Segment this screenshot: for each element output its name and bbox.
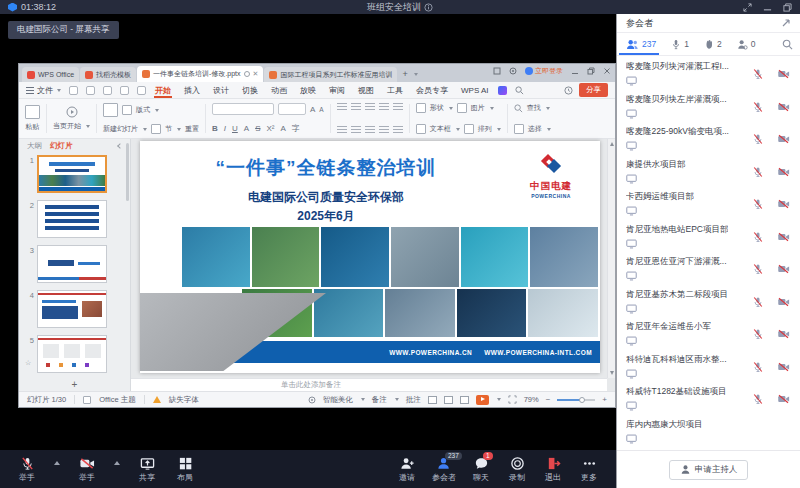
participants-button[interactable]: 237 参会者 <box>432 456 456 483</box>
tab-slides[interactable]: 幻灯片 <box>50 141 73 151</box>
slideshow-button[interactable] <box>476 395 489 405</box>
more-button[interactable]: 更多 <box>578 456 600 483</box>
font-style-button[interactable]: S <box>255 124 260 133</box>
ribbon-tab[interactable]: 工具 <box>386 83 404 98</box>
participant-row[interactable]: 喀麦隆225-90kV输变电项... <box>617 122 800 155</box>
zoom-slider[interactable] <box>557 399 595 401</box>
new-tab-button[interactable]: + <box>402 69 407 79</box>
slide-thumbnail[interactable]: 1 <box>24 155 125 193</box>
participant-row[interactable]: 科特迪瓦科科迪区雨水整... <box>617 350 800 383</box>
camera-muted-icon[interactable] <box>777 393 790 405</box>
slide-scrollbar[interactable] <box>607 139 615 378</box>
textbox-icon[interactable] <box>416 124 426 134</box>
leave-button[interactable]: 退出 <box>542 456 564 483</box>
wps-document-tab[interactable]: 一件事全链条培训-修改.pptx ✕ <box>137 66 263 82</box>
wps-share-button[interactable]: 分享 <box>579 83 608 97</box>
stat-participants[interactable]: 237 <box>626 39 656 50</box>
search-participants-icon[interactable] <box>782 39 793 50</box>
apply-host-button[interactable]: 申请主持人 <box>669 460 749 480</box>
stat-cohost[interactable]: 0 <box>737 39 756 50</box>
tab-outline[interactable]: 大纲 <box>27 141 42 151</box>
camera-muted-icon[interactable] <box>777 263 790 275</box>
mic-button[interactable]: 举手 <box>16 456 38 483</box>
mic-muted-icon[interactable] <box>752 101 764 113</box>
mic-muted-icon[interactable] <box>752 166 764 178</box>
participant-row[interactable]: 肯尼亚恩佐亚河下游灌溉... <box>617 252 800 285</box>
ribbon-tab[interactable]: 动画 <box>270 83 288 98</box>
wps-restore-icon[interactable] <box>587 67 595 75</box>
record-button[interactable]: 录制 <box>506 456 528 483</box>
new-slide-icon[interactable] <box>103 103 118 117</box>
add-slide-button[interactable]: + <box>19 379 130 390</box>
beautify-label[interactable]: 智能美化 <box>323 395 353 405</box>
fullscreen-icon[interactable] <box>508 395 517 404</box>
sorter-view-icon[interactable] <box>444 396 453 404</box>
file-menu[interactable]: 文件 <box>26 85 61 96</box>
mic-muted-icon[interactable] <box>752 198 764 210</box>
wps-ai-icon[interactable] <box>498 86 507 95</box>
layout-mode-icon[interactable] <box>493 67 501 75</box>
ribbon-tab[interactable]: 插入 <box>183 83 201 98</box>
notes-placeholder[interactable]: 单击此处添加备注 <box>131 378 607 391</box>
zoom-out-icon[interactable]: − <box>546 395 551 404</box>
close-tab-icon[interactable]: ✕ <box>253 70 259 78</box>
wps-document-tab[interactable]: WPS Office <box>22 67 79 82</box>
wps-close-icon[interactable] <box>603 67 611 75</box>
collapse-panel-icon[interactable] <box>117 143 123 149</box>
ribbon-tab[interactable]: 视图 <box>357 83 375 98</box>
layout-button[interactable]: 布局 <box>174 456 196 483</box>
theme-label[interactable]: Office 主题 <box>99 395 136 405</box>
camera-button[interactable]: 举手 <box>76 456 98 483</box>
paste-label[interactable]: 粘贴 <box>26 122 40 132</box>
font-style-button[interactable]: U <box>232 124 238 133</box>
wps-document-tab[interactable]: 国际工程项目系列工作标准应用培训 <box>264 67 397 82</box>
camera-options-caret-icon[interactable] <box>114 461 120 465</box>
ribbon-tab[interactable]: 会员专享 <box>415 83 449 98</box>
history-icon[interactable] <box>564 86 573 95</box>
participant-row[interactable]: 喀麦隆贝列块左岸灌溉项... <box>617 90 800 123</box>
notes-toggle[interactable]: 备注 <box>372 395 387 405</box>
ribbon-tab[interactable]: 审阅 <box>328 83 346 98</box>
arrange-icon[interactable] <box>464 124 474 134</box>
pin-icon[interactable] <box>244 71 250 77</box>
slide-thumbnail[interactable]: 4 <box>24 290 125 328</box>
camera-muted-icon[interactable] <box>777 166 790 178</box>
participant-row[interactable]: 康提供水项目部 <box>617 155 800 188</box>
paste-icon[interactable] <box>25 105 40 119</box>
font-style-button[interactable]: A <box>244 124 249 133</box>
redo-icon[interactable] <box>137 86 146 95</box>
ribbon-tab[interactable]: 开始 <box>154 83 172 98</box>
reading-view-icon[interactable] <box>460 396 469 404</box>
participant-row[interactable]: 科威特T1282基础设施项目 <box>617 382 800 415</box>
settings-icon[interactable] <box>509 67 517 75</box>
font-style-button[interactable]: X² <box>266 124 274 133</box>
ribbon-tab[interactable]: WPS AI <box>460 84 490 97</box>
font-name-box[interactable] <box>212 103 274 115</box>
slide-thumbnail[interactable]: 3 <box>24 245 125 283</box>
font-style-button[interactable]: A <box>280 124 285 133</box>
mic-muted-icon[interactable] <box>752 263 764 275</box>
shrink-font-icon[interactable]: A <box>319 106 323 113</box>
chat-button[interactable]: 1 聊天 <box>470 456 492 483</box>
zoom-in-icon[interactable]: + <box>602 395 607 404</box>
participant-row[interactable]: 肯尼亚地热电站EPC项目部 <box>617 220 800 253</box>
popout-icon[interactable] <box>781 18 791 28</box>
stat-raised-hands[interactable]: 2 <box>704 39 722 50</box>
mic-muted-icon[interactable] <box>752 68 764 80</box>
undo-icon[interactable] <box>120 86 129 95</box>
camera-muted-icon[interactable] <box>777 361 790 373</box>
invite-button[interactable]: 邀请 <box>396 456 418 483</box>
ribbon-tab[interactable]: 设计 <box>212 83 230 98</box>
mic-options-caret-icon[interactable] <box>54 461 60 465</box>
expand-icon[interactable] <box>743 3 752 12</box>
info-icon[interactable] <box>424 3 433 12</box>
mic-muted-icon[interactable] <box>752 296 764 308</box>
ribbon-tab[interactable]: 放映 <box>299 83 317 98</box>
font-style-button[interactable]: I <box>224 124 226 133</box>
camera-muted-icon[interactable] <box>777 296 790 308</box>
camera-muted-icon[interactable] <box>777 68 790 80</box>
normal-view-icon[interactable] <box>428 396 437 404</box>
slide-thumbnail[interactable]: 5 ☆ <box>24 335 125 373</box>
section-icon[interactable] <box>151 124 161 134</box>
camera-muted-icon[interactable] <box>777 328 790 340</box>
